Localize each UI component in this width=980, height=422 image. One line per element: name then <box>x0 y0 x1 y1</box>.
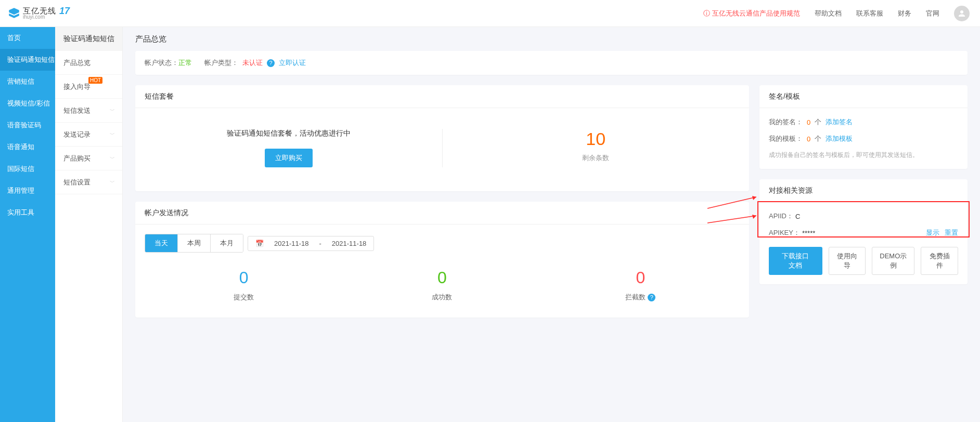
sidebar2-records[interactable]: 发送记录﹀ <box>55 123 122 147</box>
sidebar1-voice-verify[interactable]: 语音验证码 <box>0 114 55 136</box>
add-template-link[interactable]: 添加模板 <box>826 134 853 143</box>
demo-button[interactable]: DEMO示例 <box>872 247 914 275</box>
chevron-down-icon: ﹀ <box>110 107 115 114</box>
sidebar2-purchase[interactable]: 产品购买﹀ <box>55 147 122 170</box>
sidebar2-send[interactable]: 短信发送﹀ <box>55 99 122 123</box>
logo-text-en: ihuyi.com <box>23 15 56 20</box>
add-signature-link[interactable]: 添加签名 <box>826 117 853 127</box>
sidebar1-video-mms[interactable]: 视频短信/彩信 <box>0 93 55 114</box>
page-title: 产品总览 <box>135 27 968 51</box>
main-content: 产品总览 帐户状态：正常 帐户类型： 未认证 ? 立即认证 短信套餐 验证码通知… <box>123 27 980 422</box>
stat-success: 0 成功数 <box>343 268 541 302</box>
logo-icon <box>7 7 21 20</box>
unit: 个 <box>815 134 821 143</box>
sidebar1-home[interactable]: 首页 <box>0 27 55 49</box>
calendar-icon: 📅 <box>255 240 264 247</box>
sidebar2-settings[interactable]: 短信设置﹀ <box>55 170 122 194</box>
reset-apikey-link[interactable]: 重置 <box>945 228 958 238</box>
send-stats-card: 帐户发送情况 当天 本周 本月 📅 2021-11-18 - <box>135 202 749 318</box>
card-title-signtpl: 签名/模板 <box>759 85 968 108</box>
user-avatar[interactable] <box>954 6 970 21</box>
sidebar2-title: 验证码通知短信 <box>55 27 122 51</box>
status-label: 帐户状态： <box>145 59 178 67</box>
package-desc: 验证码通知短信套餐，活动优惠进行中 <box>227 129 351 138</box>
apikey-label: APIKEY： <box>769 228 800 238</box>
apiid-value: C <box>795 213 800 220</box>
stat-submitted: 0 提交数 <box>145 268 343 302</box>
header-link-contact[interactable]: 联系客服 <box>856 9 883 18</box>
sidebar1-voice-notice[interactable]: 语音通知 <box>0 136 55 158</box>
signature-label: 我的签名： <box>769 117 803 127</box>
sidebar1-intl[interactable]: 国际短信 <box>0 158 55 180</box>
help-icon[interactable]: ? <box>648 294 655 301</box>
secondary-sidebar: 验证码通知短信 产品总览 接入向导HOT 短信发送﹀ 发送记录﹀ 产品购买﹀ 短… <box>55 27 123 422</box>
chevron-down-icon: ﹀ <box>110 155 115 162</box>
stat-label: 提交数 <box>234 293 254 302</box>
date-tab-group: 当天 本周 本月 <box>145 234 243 253</box>
page-header: 互亿无线 ihuyi.com 17 ⓘ 互亿无线云通信产品使用规范 帮助文档 联… <box>0 0 980 27</box>
template-count: 0 <box>807 135 810 143</box>
api-resource-card: 对接相关资源 APIID： C APIKEY： ***** <box>759 179 968 284</box>
certify-link[interactable]: 立即认证 <box>279 58 306 68</box>
header-link-finance[interactable]: 财务 <box>898 9 911 18</box>
date-range-picker[interactable]: 📅 2021-11-18 - 2021-11-18 <box>248 236 374 251</box>
header-link-site[interactable]: 官网 <box>926 9 939 18</box>
stat-label: 成功数 <box>432 293 452 302</box>
svg-marker-1 <box>752 196 756 200</box>
date-to: 2021-11-18 <box>332 240 367 247</box>
date-separator: - <box>319 240 321 247</box>
usage-guide-button[interactable]: 使用向导 <box>829 247 866 275</box>
stat-num: 0 <box>636 268 645 287</box>
remaining-count: 10 <box>586 129 605 149</box>
signature-count: 0 <box>807 118 810 126</box>
hot-badge: HOT <box>88 77 102 84</box>
svg-marker-3 <box>752 215 756 219</box>
alert-icon: ⓘ <box>703 9 710 18</box>
show-apikey-link[interactable]: 显示 <box>926 228 939 238</box>
remaining-label: 剩余条数 <box>582 153 609 163</box>
signtpl-tip: 成功报备自己的签名与模板后，即可使用其发送短信。 <box>769 151 958 160</box>
sidebar1-tools[interactable]: 实用工具 <box>0 202 55 223</box>
unit: 个 <box>815 117 821 127</box>
account-type-value: 未认证 <box>242 58 263 68</box>
buy-now-button[interactable]: 立即购买 <box>265 149 313 167</box>
account-status-bar: 帐户状态：正常 帐户类型： 未认证 ? 立即认证 <box>135 51 968 75</box>
chevron-down-icon: ﹀ <box>110 131 115 138</box>
sidebar2-overview[interactable]: 产品总览 <box>55 51 122 75</box>
card-title-package: 短信套餐 <box>135 85 749 108</box>
chevron-down-icon: ﹀ <box>110 179 115 186</box>
header-link-help[interactable]: 帮助文档 <box>815 9 842 18</box>
brand-logo[interactable]: 互亿无线 ihuyi.com 17 <box>7 7 70 20</box>
card-title-stats: 帐户发送情况 <box>135 202 749 225</box>
account-type-label: 帐户类型： <box>204 58 238 68</box>
sidebar1-sms-market[interactable]: 营销短信 <box>0 71 55 93</box>
card-title-api: 对接相关资源 <box>759 179 968 202</box>
sidebar1-general[interactable]: 通用管理 <box>0 180 55 202</box>
date-from: 2021-11-18 <box>274 240 309 247</box>
template-label: 我的模板： <box>769 134 803 143</box>
stat-num: 0 <box>239 268 249 287</box>
stat-num: 0 <box>437 268 447 287</box>
user-icon <box>957 9 966 18</box>
signature-template-card: 签名/模板 我的签名： 0 个 添加签名 我的模板： 0 个 添加模板 <box>759 85 968 169</box>
download-api-doc-button[interactable]: 下载接口文档 <box>769 247 822 275</box>
sidebar1-sms-verify[interactable]: 验证码通知短信 <box>0 49 55 71</box>
tab-week[interactable]: 本周 <box>178 234 211 252</box>
logo-badge: 17 <box>59 6 70 17</box>
stat-label: 拦截数 ? <box>625 293 655 302</box>
sms-package-card: 短信套餐 验证码通知短信套餐，活动优惠进行中 立即购买 10 剩余条数 <box>135 85 749 191</box>
tab-today[interactable]: 当天 <box>145 234 178 252</box>
help-icon[interactable]: ? <box>267 59 275 67</box>
tab-month[interactable]: 本月 <box>211 234 243 252</box>
free-plugin-button[interactable]: 免费插件 <box>921 247 958 275</box>
logo-text-cn: 互亿无线 <box>23 7 56 15</box>
stat-blocked: 0 拦截数 ? <box>541 268 740 302</box>
apiid-label: APIID： <box>769 212 793 221</box>
primary-sidebar: 首页 验证码通知短信 营销短信 视频短信/彩信 语音验证码 语音通知 国际短信 … <box>0 27 55 422</box>
header-notice[interactable]: ⓘ 互亿无线云通信产品使用规范 <box>703 9 800 18</box>
status-value: 正常 <box>178 59 192 67</box>
apikey-value: ***** <box>802 229 815 237</box>
sidebar2-guide[interactable]: 接入向导HOT <box>55 75 122 99</box>
